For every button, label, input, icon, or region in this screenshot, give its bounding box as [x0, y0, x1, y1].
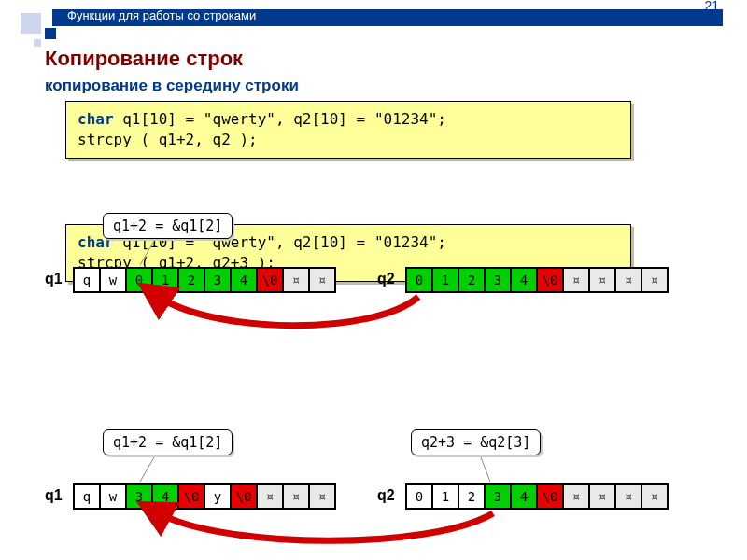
callout-q2plus3: q2+3 = &q2[3] — [411, 429, 541, 455]
array-q1-ex1: qw 01 23 4\0 ¤¤ — [73, 267, 336, 293]
decor-square-icon — [21, 13, 41, 34]
array-label-q1: q1 — [45, 271, 63, 287]
subheading: копирование в середину строки — [45, 77, 747, 95]
array-q1-ex2: qw 34 \0y \0¤ ¤¤ — [73, 483, 336, 510]
array-q2-ex1: 01 23 4\0 ¤¤ ¤¤ — [405, 267, 669, 293]
callout-q1plus2-b: q1+2 = &q1[2] — [103, 429, 233, 455]
array-label-q2: q2 — [377, 487, 395, 504]
callout-q1plus2: q1+2 = &q1[2] — [103, 213, 233, 239]
array-label-q2: q2 — [377, 271, 395, 287]
array-label-q1: q1 — [45, 487, 63, 504]
code-block-1: char q1[10] = "qwerty", q2[10] = "01234"… — [65, 101, 631, 159]
slide-chapter: Функции для работы со строками — [67, 8, 256, 22]
decor-square-icon — [34, 39, 41, 47]
decor-square-icon — [45, 28, 56, 39]
array-q2-ex2: 01 23 4\0 ¤¤ ¤¤ — [405, 483, 669, 510]
heading: Копирование строк — [45, 47, 747, 71]
slide-header: 21 Функции для работы со строками — [0, 0, 747, 32]
